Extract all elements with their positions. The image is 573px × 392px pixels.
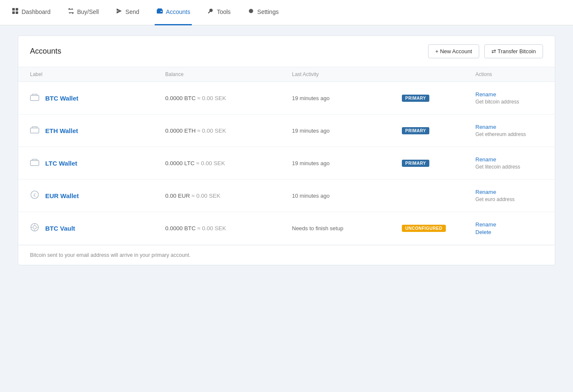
account-name-btc[interactable]: BTC Wallet [45,95,79,102]
get-address-ltc[interactable]: Get litecoin address [475,164,543,170]
actions-eth: Rename Get ethereum address [475,124,543,137]
last-activity-eur: 10 minutes ago [292,193,402,199]
get-address-eur[interactable]: Get euro address [475,196,543,202]
wallet-icon [30,93,39,103]
nav-accounts[interactable]: Accounts [155,0,192,25]
account-name-eur[interactable]: EUR Wallet [45,192,79,199]
primary-badge-ltc: PRIMARY [402,160,429,167]
new-account-button[interactable]: + New Account [428,44,479,58]
actions-ltc: Rename Get litecoin address [475,156,543,170]
accounts-card: Accounts + New Account ⇄ Transfer Bitcoi… [18,35,555,265]
svg-rect-2 [12,11,15,14]
last-activity-vault: Needs to finish setup [292,225,402,231]
navigation: Dashboard Buy/Sell Send Accounts [0,0,573,25]
rename-eur[interactable]: Rename [475,189,543,195]
nav-buysell[interactable]: Buy/Sell [66,0,101,25]
rename-eth[interactable]: Rename [475,124,543,130]
euro-icon: € [30,190,39,201]
svg-rect-0 [12,8,15,11]
actions-eur: Rename Get euro address [475,189,543,202]
grid-icon [12,8,19,16]
table-row: BTC Wallet 0.0000 BTC ≈ 0.00 SEK 19 minu… [18,82,555,114]
svg-rect-8 [30,161,39,166]
last-activity-eth: 19 minutes ago [292,128,402,134]
header-actions: + New Account ⇄ Transfer Bitcoin [428,44,543,58]
badge-cell-vault: UNCONFIGURED [402,225,475,232]
balance-vault: 0.0000 BTC ≈ 0.00 SEK [165,225,292,231]
rename-ltc[interactable]: Rename [475,156,543,163]
col-last-activity: Last Activity [292,71,402,77]
badge-cell-ltc: PRIMARY [402,160,475,167]
svg-rect-3 [16,11,18,14]
account-label-btc: BTC Wallet [30,93,165,103]
primary-badge-eth: PRIMARY [402,127,429,134]
balance-btc: 0.0000 BTC ≈ 0.00 SEK [165,95,292,101]
wallet-icon [30,158,39,168]
wallet-icon [30,126,39,136]
svg-rect-7 [30,128,39,133]
nav-tools[interactable]: Tools [205,0,232,25]
transfer-bitcoin-button[interactable]: ⇄ Transfer Bitcoin [484,44,543,58]
badge-cell-eth: PRIMARY [402,127,475,134]
unconfigured-badge-vault: UNCONFIGURED [402,225,446,232]
account-name-eth[interactable]: ETH Wallet [45,127,78,134]
last-activity-btc: 19 minutes ago [292,95,402,101]
col-badge [402,71,475,77]
wallet-nav-icon [156,8,163,16]
account-label-ltc: LTC Wallet [30,158,165,168]
tools-icon [207,8,214,16]
account-label-vault: BTC Vault [30,223,165,234]
send-icon [116,8,123,16]
nav-send[interactable]: Send [114,0,141,25]
table-row: BTC Vault 0.0000 BTC ≈ 0.00 SEK Needs to… [18,212,555,245]
svg-rect-6 [30,95,39,101]
card-footer: Bitcoin sent to your email address will … [18,245,555,265]
get-address-btc[interactable]: Get bitcoin address [475,99,543,105]
gear-icon [248,8,254,16]
last-activity-ltc: 19 minutes ago [292,160,402,166]
col-label: Label [30,71,165,77]
card-header: Accounts + New Account ⇄ Transfer Bitcoi… [18,36,555,67]
account-label-eur: € EUR Wallet [30,190,165,201]
balance-ltc: 0.0000 LTC ≈ 0.00 SEK [165,160,292,166]
primary-badge-btc: PRIMARY [402,95,429,102]
col-actions: Actions [475,71,543,77]
nav-settings[interactable]: Settings [246,0,281,25]
svg-text:€: € [33,193,36,197]
svg-point-12 [33,226,36,229]
actions-btc: Rename Get bitcoin address [475,91,543,105]
table-row: ETH Wallet 0.0000 ETH ≈ 0.00 SEK 19 minu… [18,114,555,147]
page-title: Accounts [30,47,61,56]
page-content: Accounts + New Account ⇄ Transfer Bitcoi… [8,25,565,275]
svg-rect-5 [161,11,162,12]
col-balance: Balance [165,71,292,77]
table-row: LTC Wallet 0.0000 LTC ≈ 0.00 SEK 19 minu… [18,147,555,180]
rename-btc[interactable]: Rename [475,91,543,98]
badge-cell-btc: PRIMARY [402,95,475,102]
table-header: Label Balance Last Activity Actions [18,67,555,82]
balance-eur: 0.00 EUR ≈ 0.00 SEK [165,193,292,199]
delete-vault[interactable]: Delete [475,229,543,235]
table-row: € EUR Wallet 0.00 EUR ≈ 0.00 SEK 10 minu… [18,180,555,212]
vault-icon [30,223,39,234]
rename-vault[interactable]: Rename [475,221,543,228]
exchange-icon [68,8,74,16]
balance-eth: 0.0000 ETH ≈ 0.00 SEK [165,128,292,134]
account-name-ltc[interactable]: LTC Wallet [45,160,77,167]
svg-rect-1 [16,8,18,11]
nav-dashboard[interactable]: Dashboard [10,0,52,25]
actions-vault: Rename Delete [475,221,543,235]
account-label-eth: ETH Wallet [30,126,165,136]
account-name-vault[interactable]: BTC Vault [45,225,75,232]
get-address-eth[interactable]: Get ethereum address [475,131,543,137]
footer-note: Bitcoin sent to your email address will … [30,252,191,258]
